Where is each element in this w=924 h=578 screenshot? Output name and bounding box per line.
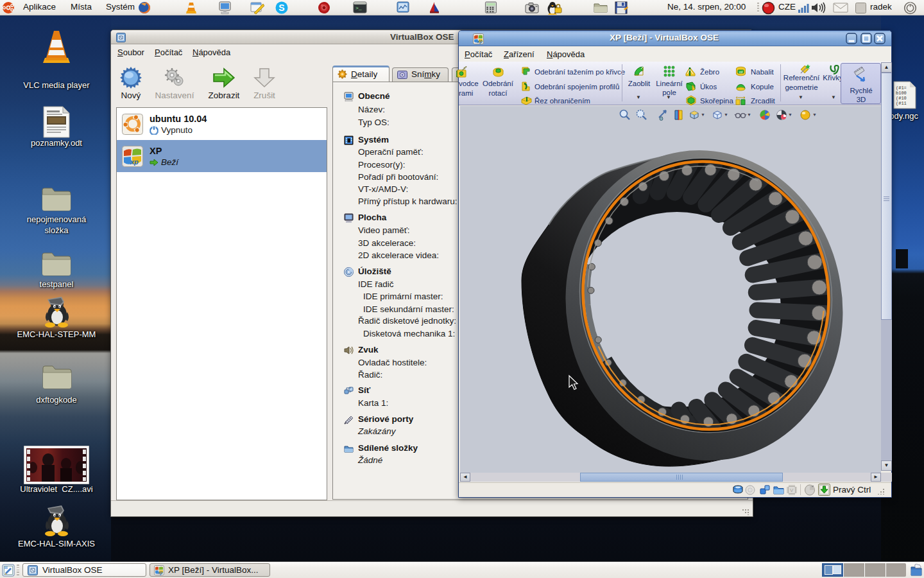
svg-text:xp: xp: [130, 158, 139, 166]
svg-text:xp: xp: [157, 570, 163, 575]
svg-text:xp: xp: [477, 39, 483, 44]
svg-text:(#10: (#10: [896, 96, 907, 101]
svg-text:cd: cd: [739, 70, 743, 74]
svg-text:>_: >_: [355, 5, 362, 11]
svg-text:(#11: (#11: [896, 101, 907, 106]
svg-text:b100: b100: [896, 91, 907, 96]
svg-text:S: S: [278, 3, 284, 13]
svg-text:(#1=: (#1=: [896, 85, 907, 91]
svg-text:V: V: [790, 487, 794, 493]
